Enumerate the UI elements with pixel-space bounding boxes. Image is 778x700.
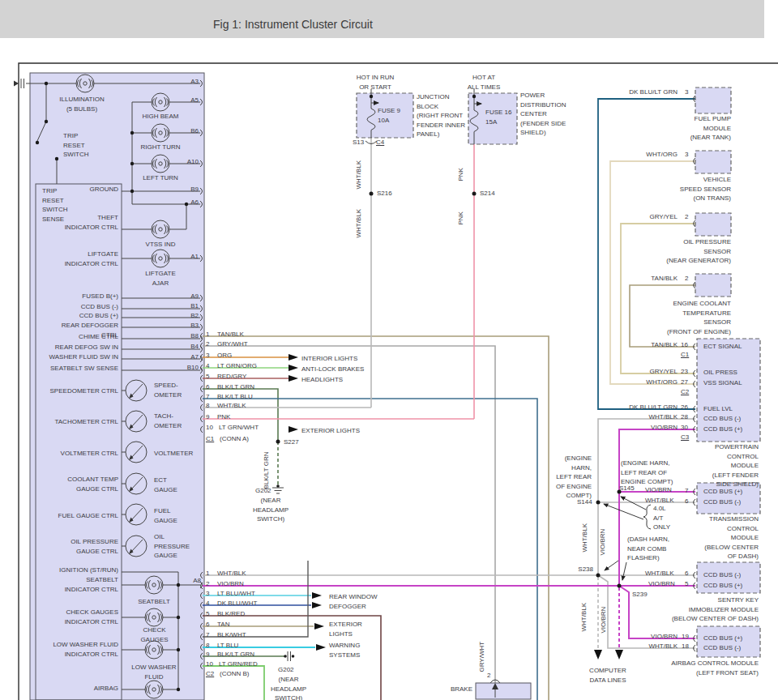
voltmeter-label: VOLTMETER: [154, 449, 193, 459]
s239-label: S239: [632, 590, 648, 600]
engine-harn-1-label: (ENGINE HARN, LEFT REAR OF ENGINE COMPT): [554, 454, 592, 501]
s13-label: S13: [353, 138, 364, 147]
dash-harn-label: (DASH HARN, NEAR COMB FLASHER): [627, 535, 669, 563]
warning-systems-label: WARNING SYSTEMS: [329, 641, 360, 659]
pin-a8: A8: [177, 576, 201, 586]
fuse16-amp-label: 15A: [485, 117, 497, 127]
pcm-row-ect: ECT SIGNAL: [703, 342, 742, 352]
brake-box: [476, 683, 531, 699]
oil-gauge-ctrl-label: OIL PRESSURE GAUGE CTRL: [45, 537, 118, 556]
sentry-label: SENTRY KEY IMMOBLIZER MODULE (BELOW CENT…: [669, 595, 759, 624]
c2-pin-2-color: VIO/BRN: [217, 579, 244, 589]
vtss-ind-label: VTSS IND: [138, 240, 183, 250]
pin-b10: B10: [174, 363, 199, 373]
c2-pin-9-color: BLK/LT GRN: [217, 650, 254, 659]
pin-b9: B9: [174, 185, 199, 194]
interior-lights-arrow: [289, 354, 298, 361]
pcm-row-ccd-neg: CCD BUS (-): [703, 414, 741, 424]
voltmeter-ctrl-label: VOLTMETER CTRL: [45, 449, 118, 459]
pcm-wire-27-label: WHT/ORG: [621, 378, 678, 387]
sentry-wire-5-label: VIO/BRN: [648, 579, 675, 589]
fuse9-label: FUSE 9: [378, 106, 400, 116]
sentry-pin-6: 6: [685, 569, 688, 578]
tcm-pin-7: 7: [685, 486, 688, 496]
anti-lock-arrow: [289, 365, 298, 371]
pcm-pin-26: 26: [681, 403, 688, 412]
c1-pin-5-num: 5: [206, 372, 209, 382]
c1-pin-7-num: 7: [206, 392, 209, 402]
c1-pin-8-num: 8: [206, 401, 209, 411]
c2-pin-10-num: 10: [206, 659, 213, 669]
wiring-diagram-page: Fig 1: Instrument Cluster Circuit: [0, 0, 778, 700]
ignition-label: IGNITION (ST/RUN): [45, 566, 118, 575]
ect-sensor-box: [695, 274, 731, 297]
ect-sensor-wire-label: TAN/BLK: [621, 274, 678, 284]
speedometer-ctrl-label: SPEEDOMETER CTRL: [45, 386, 118, 396]
headlights-arrow: [289, 375, 298, 382]
c1-pin-3-num: 3: [206, 351, 209, 361]
fuel-gauge-label: FUEL GAUGE: [154, 506, 177, 525]
speedometer-label: SPEED- OMETER: [154, 381, 182, 399]
pin-b8: B8: [174, 331, 199, 341]
g202-b-loc-label: (NEAR HEADLAMP SWITCH): [266, 675, 311, 700]
computer-data-lines-label: COMPUTER DATA LINES: [584, 666, 632, 685]
airbag-row-ccd-neg: CCD BUS (-): [703, 643, 741, 653]
fuel-pump-wire-label: DK BLU/LT GRN: [621, 88, 678, 97]
tcm-label: TRANSMISSION CONTROL MODULE (BELOW CENTE…: [686, 514, 759, 561]
sentry-pin-5: 5: [685, 579, 688, 589]
c1-pin-5-color: RED/GRY: [217, 372, 246, 382]
c1-pin-3-color: ORG: [217, 351, 232, 361]
fuel-pump-module-box: [695, 88, 731, 113]
vss-wire-label: WHT/ORG: [621, 150, 678, 160]
fuse16-label: FUSE 16: [485, 108, 511, 117]
pin-b4: B4: [174, 342, 199, 352]
c1-pin-4-color: LT GRN/ORG: [217, 361, 257, 371]
c1-pin-1-num: 1: [206, 330, 209, 339]
pin-b6: B6: [174, 126, 199, 136]
defogger-arrow-1: [312, 592, 322, 599]
c2-pin-7-num: 7: [206, 630, 209, 640]
oil-sensor-wire-label: GRY/YEL: [621, 212, 678, 222]
airbag-label: AIRBAG CONTROL MODULE (LEFT FRONT SEAT): [669, 659, 759, 677]
rear-defog-sw-label: REAR DEFOG SW IN: [45, 343, 118, 352]
ccd-bus-pos-label: CCD BUS (+): [45, 311, 118, 321]
g202-b-label: G202: [278, 665, 294, 675]
pnk-vlabel-1: PNK: [456, 168, 466, 181]
s216-label: S216: [377, 189, 392, 198]
wires-colored: [203, 99, 695, 700]
s144-label: S144: [577, 497, 592, 507]
c2-pin-8-num: 8: [206, 641, 209, 651]
warning-systems-arrow: [316, 644, 326, 651]
ccd-bus-neg-label: CCD BUS (-): [45, 302, 118, 312]
c1-pin-9-color: PNK: [217, 412, 230, 422]
left-turn-label: LEFT TURN: [138, 173, 183, 183]
interior-lights-label: INTERIOR LIGHTS: [301, 354, 357, 364]
g202-a-label: G202: [255, 486, 271, 496]
hot-at-all-times-label: HOT AT ALL TIMES: [460, 73, 508, 92]
pin-a6: A6: [174, 198, 199, 207]
c2-pin-5-color: BLK/RED: [217, 609, 245, 619]
c1-pin-2-num: 2: [206, 339, 209, 349]
coolant-ctrl-label: COOLANT TEMP GAUGE CTRL: [45, 475, 118, 493]
pin-b3: B3: [174, 321, 199, 331]
liftgate-ctrl-label: LIFTGATE INDICATOR CTRL: [53, 250, 118, 268]
cluster-ground-icon: [14, 81, 19, 87]
fuel-pump-label: FUEL PUMP MODULE (NEAR TANK): [674, 114, 731, 143]
c2-pin-1-color: WHT/BLK: [217, 569, 246, 578]
pcm-row-oil: OIL PRESS: [703, 368, 737, 378]
pin-a9: A9: [174, 292, 199, 301]
pcm-c3-ref: C3: [681, 433, 689, 442]
ect-sensor-pin: 2: [685, 274, 688, 284]
c2-pin-10-color: LT GRN/RED: [219, 659, 258, 669]
engine-harn-2-label: (ENGINE HARN, LEFT REAR OF ENGINE COMPT): [621, 459, 673, 487]
fuse9-amp-label: 10A: [378, 116, 389, 126]
flow-arrows: [289, 354, 623, 659]
vehicle-speed-sensor-box: [695, 151, 731, 173]
check-gauges-label: CHECK GAUGES: [136, 625, 173, 644]
vss-pin: 3: [685, 150, 688, 160]
c1-pin-1-color: TAN/BLK: [217, 330, 244, 339]
tcm-row-ccd-pos: CCD BUS (+): [703, 487, 742, 497]
data-line-arrow-1: [594, 650, 602, 659]
brake-label: BRAKE: [444, 685, 472, 694]
c1-pin-10-color: LT GRN/WHT: [219, 423, 259, 433]
